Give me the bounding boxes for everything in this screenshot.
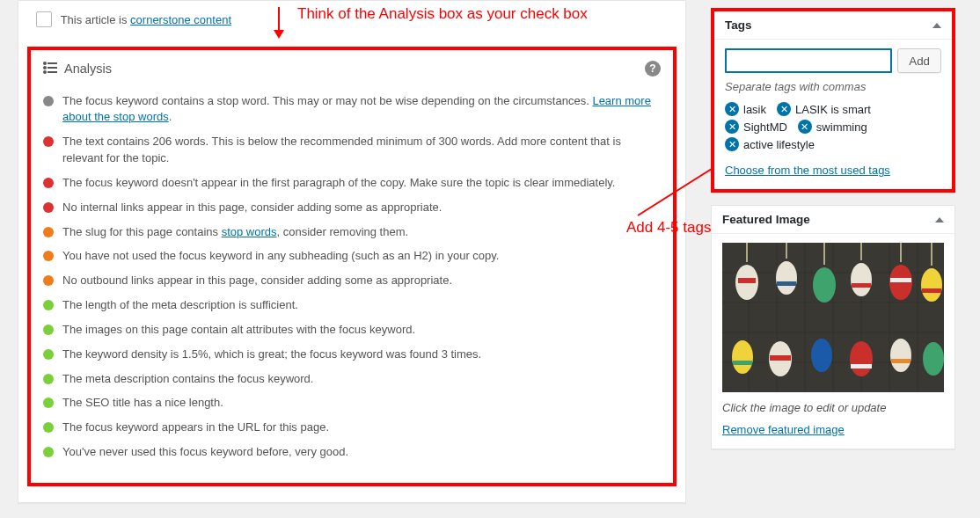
- analysis-item: The focus keyword contains a stop word. …: [43, 89, 661, 130]
- tag-label: lasik: [743, 103, 766, 116]
- choose-tags-link[interactable]: Choose from the most used tags: [725, 164, 890, 177]
- list-icon: [43, 62, 57, 75]
- annotation-arrow-down: [278, 7, 280, 37]
- collapse-icon: [935, 217, 944, 223]
- cornerstone-row: This article is cornerstone content: [18, 1, 685, 43]
- status-bullet: [43, 202, 54, 213]
- analysis-item: The meta description contains the focus …: [43, 367, 661, 391]
- svg-rect-34: [770, 355, 791, 361]
- analysis-item: You have not used the focus keyword in a…: [43, 244, 661, 269]
- analysis-item: The focus keyword appears in the URL for…: [43, 416, 661, 441]
- status-bullet: [43, 349, 54, 360]
- tag-label: SightMD: [743, 120, 787, 134]
- analysis-title: Analysis: [64, 62, 112, 76]
- svg-point-17: [776, 261, 797, 295]
- cornerstone-prefix: This article is: [61, 13, 130, 26]
- svg-point-40: [923, 342, 944, 376]
- analysis-title-row: Analysis: [43, 62, 112, 76]
- analysis-item-text: The focus keyword contains a stop word. …: [62, 93, 661, 127]
- tags-header[interactable]: Tags: [714, 11, 952, 40]
- tag-input[interactable]: [725, 48, 892, 73]
- analysis-item: No internal links appear in this page, c…: [43, 195, 661, 220]
- status-bullet: [43, 275, 54, 286]
- analysis-item-text: You have not used the focus keyword in a…: [62, 248, 499, 265]
- status-bullet: [43, 136, 54, 147]
- analysis-item-text: The length of the meta description is su…: [62, 297, 298, 314]
- status-bullet: [43, 178, 54, 188]
- featured-image-thumbnail[interactable]: [722, 243, 944, 392]
- svg-rect-32: [733, 361, 752, 365]
- tag-chip: ✕LASIK is smart: [777, 102, 871, 116]
- svg-rect-39: [891, 359, 911, 363]
- analysis-item: The slug for this page contains stop wor…: [43, 220, 661, 244]
- remove-tag-icon[interactable]: ✕: [798, 120, 812, 134]
- analysis-item-text: The slug for this page contains stop wor…: [62, 224, 408, 241]
- cornerstone-label: This article is cornerstone content: [61, 13, 231, 26]
- svg-rect-15: [738, 278, 756, 283]
- featured-hint: Click the image to edit or update: [722, 401, 944, 414]
- cornerstone-link[interactable]: cornerstone content: [130, 13, 231, 26]
- tags-metabox: Tags Add Separate tags with commas ✕lasi…: [711, 8, 955, 193]
- analysis-item: The keyword density is 1.5%, which is gr…: [43, 342, 661, 367]
- analysis-item: The SEO title has a nice length.: [43, 391, 661, 416]
- analysis-item: The length of the meta description is su…: [43, 294, 661, 318]
- help-icon[interactable]: ?: [645, 61, 661, 77]
- tag-label: active lifestyle: [743, 138, 815, 151]
- cornerstone-checkbox[interactable]: [36, 11, 52, 27]
- analysis-item-text: No outbound links appear in this page, c…: [62, 273, 452, 289]
- remove-featured-image-link[interactable]: Remove featured image: [722, 423, 845, 436]
- featured-image-metabox: Featured Image: [711, 205, 955, 449]
- analysis-item: The text contains 206 words. This is bel…: [43, 130, 661, 171]
- status-bullet: [43, 374, 54, 384]
- svg-rect-37: [851, 364, 872, 368]
- svg-point-38: [890, 339, 911, 372]
- svg-point-35: [811, 339, 832, 372]
- svg-point-20: [813, 267, 836, 303]
- analysis-item: The focus keyword doesn't appear in the …: [43, 171, 661, 195]
- status-bullet: [43, 251, 54, 261]
- featured-title: Featured Image: [722, 213, 810, 226]
- analysis-item-link[interactable]: stop words: [222, 225, 277, 238]
- svg-point-31: [732, 340, 753, 374]
- remove-tag-icon[interactable]: ✕: [777, 102, 791, 116]
- tag-chip: ✕SightMD: [725, 120, 787, 134]
- analysis-item-text: The text contains 206 words. This is bel…: [62, 134, 661, 167]
- status-bullet: [43, 96, 54, 106]
- add-tag-button[interactable]: Add: [897, 48, 941, 73]
- tag-chip: ✕swimming: [798, 120, 867, 134]
- analysis-item: No outbound links appear in this page, c…: [43, 269, 661, 294]
- status-bullet: [43, 447, 54, 457]
- tag-label: LASIK is smart: [795, 103, 871, 116]
- svg-point-28: [921, 268, 942, 302]
- remove-tag-icon[interactable]: ✕: [725, 102, 739, 116]
- analysis-item-text: The SEO title has a nice length.: [62, 395, 223, 412]
- analysis-item: You've never used this focus keyword bef…: [43, 441, 661, 465]
- analysis-item-text: The focus keyword appears in the URL for…: [62, 420, 329, 436]
- analysis-item: The images on this page contain alt attr…: [43, 317, 661, 342]
- analysis-item-text: You've never used this focus keyword bef…: [62, 444, 348, 461]
- remove-tag-icon[interactable]: ✕: [725, 120, 739, 134]
- svg-rect-29: [922, 288, 941, 293]
- status-bullet: [43, 325, 54, 335]
- analysis-item-text: The focus keyword doesn't appear in the …: [62, 175, 615, 192]
- svg-rect-23: [852, 283, 871, 288]
- remove-tag-icon[interactable]: ✕: [725, 137, 739, 151]
- tag-chip: ✕active lifestyle: [725, 137, 815, 151]
- analysis-item-text: The meta description contains the focus …: [62, 371, 313, 388]
- svg-rect-26: [890, 278, 911, 282]
- svg-point-22: [851, 263, 872, 296]
- collapse-icon: [932, 23, 941, 28]
- tags-title: Tags: [725, 18, 752, 32]
- status-bullet: [43, 398, 54, 408]
- analysis-item-link[interactable]: Learn more about the stop words: [62, 94, 651, 124]
- status-bullet: [43, 422, 54, 433]
- tags-hint: Separate tags with commas: [725, 80, 941, 93]
- status-bullet: [43, 300, 54, 310]
- analysis-panel: Analysis ? The focus keyword contains a …: [27, 47, 676, 486]
- tags-list: ✕lasik✕LASIK is smart✕SightMD✕swimming✕a…: [725, 102, 941, 151]
- featured-header[interactable]: Featured Image: [712, 206, 954, 234]
- analysis-list: The focus keyword contains a stop word. …: [43, 89, 661, 465]
- status-bullet: [43, 227, 54, 237]
- svg-point-36: [850, 341, 873, 376]
- tag-chip: ✕lasik: [725, 102, 766, 116]
